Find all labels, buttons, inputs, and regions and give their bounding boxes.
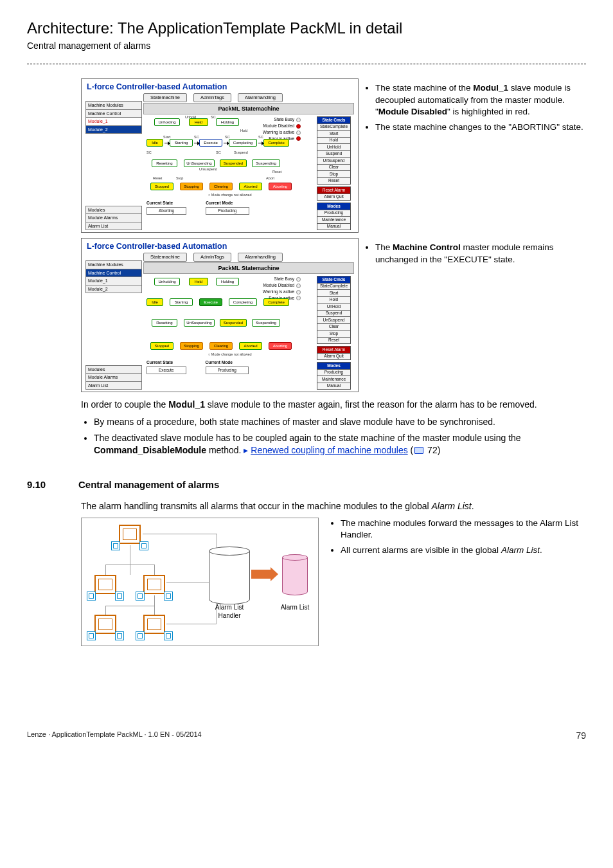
chart-area: State Busy Module Disabled Warning is ac… [143, 115, 354, 217]
bottom-alarm-list[interactable]: Alarm List [85, 381, 142, 390]
side-module1[interactable]: Module_1 [85, 276, 142, 285]
mode-manual[interactable]: Manual [317, 223, 351, 231]
packml-title: PackML Statemachine [143, 262, 354, 274]
state-idle: Idle [147, 139, 163, 147]
mode-manual[interactable]: Manual [317, 383, 351, 390]
lbl-suspend: Suspend [234, 150, 248, 155]
tab-alarmhandling[interactable]: Alarmhandling [238, 253, 283, 262]
submodule-icon [164, 592, 173, 601]
arrow-right-icon: ▸ [244, 445, 248, 455]
state-aborted: Aborted [239, 183, 262, 190]
submodule-icon [111, 541, 120, 550]
alarm-note-1: The machine modules forward the messages… [341, 518, 586, 541]
tab-alarmhandling[interactable]: Alarmhandling [238, 93, 283, 102]
conn-line [105, 606, 106, 615]
tab-statemachine[interactable]: Statemachine [143, 253, 187, 262]
cur-mode-val: Producing [206, 366, 249, 375]
bottom-modules[interactable]: Modules [85, 365, 142, 374]
side-machine-control[interactable]: Machine Control [85, 269, 142, 277]
submodule-icon [115, 631, 124, 640]
module-bot-icon [143, 615, 165, 634]
lbl-sc: SC [211, 115, 216, 120]
state-resetting: Resetting [152, 319, 177, 327]
link-renewed-coupling[interactable]: Renewed coupling of machine modules [251, 445, 407, 455]
arrow-icon [194, 143, 199, 143]
alarm-list-cylinder-icon [282, 554, 308, 595]
state-suspending: Suspending [252, 319, 280, 327]
err-dot-icon [296, 136, 301, 141]
state-clearing: Clearing [209, 183, 233, 190]
status-busy: State Busy [274, 117, 294, 123]
submodule-icon [136, 592, 145, 601]
disabled-dot-icon [296, 124, 301, 129]
module-top-icon [119, 525, 141, 544]
arrow-icon [258, 143, 263, 143]
alarm-note-2: All current alarms are visible in the gl… [341, 545, 586, 556]
fig1-panel: L-force Controller-based Automation Mach… [81, 78, 359, 233]
side-module2[interactable]: Module_2 [85, 125, 142, 134]
submodule-icon [87, 592, 96, 601]
conn-line [154, 565, 155, 575]
state-stopping: Stopping [180, 183, 203, 190]
conn-line [105, 606, 154, 606]
cmd-reset[interactable]: Reset [317, 177, 351, 185]
submodule-icon [139, 541, 148, 550]
conn-line [105, 565, 154, 565]
cmd-alarm-quit[interactable]: Alarm Quit [317, 194, 351, 201]
state-unsuspending: UnSuspending [184, 159, 215, 167]
state-unholding: Unholding [154, 118, 180, 126]
submodule-icon [136, 631, 145, 640]
state-completing: Completing [229, 139, 257, 147]
state-stopped: Stopped [150, 183, 173, 190]
state-stopped: Stopped [150, 342, 173, 350]
lbl-sc3: SC [225, 135, 230, 140]
state-aborted: Aborted [239, 342, 262, 350]
tab-admintags[interactable]: AdminTags [193, 93, 231, 102]
thick-arrow-icon [251, 570, 272, 579]
bottom-alarm-list[interactable]: Alarm List [85, 222, 142, 230]
cur-mode-val: Producing [206, 207, 249, 215]
cur-state-val: Execute [147, 366, 186, 375]
conn-line [166, 624, 217, 624]
side-machine-control[interactable]: Machine Control [85, 109, 142, 118]
status-disabled: Module Disabled [263, 283, 294, 289]
bottom-module-alarms[interactable]: Module Alarms [85, 213, 142, 222]
conn-line [130, 545, 130, 575]
warn-dot-icon [296, 131, 301, 135]
bottom-modules[interactable]: Modules [85, 206, 142, 214]
state-stopping: Stopping [180, 342, 203, 350]
side-module2[interactable]: Module_2 [85, 285, 142, 293]
lbl-modenote: ○ Mode change not allowed [208, 352, 252, 357]
bottom-module-alarms[interactable]: Module Alarms [85, 373, 142, 381]
section-number: 9.10 [27, 478, 64, 491]
chart-area: State Busy Module Disabled Warning is ac… [143, 275, 354, 376]
cmd-alarm-quit[interactable]: Alarm Quit [317, 353, 351, 361]
cur-state-lbl: Current State [147, 201, 186, 206]
fig1-note-a: The state machine of the Modul_1 slave m… [375, 82, 586, 118]
state-execute: Execute [199, 139, 222, 147]
side-module1[interactable]: Module_1 [85, 117, 142, 125]
side-machine-modules[interactable]: Machine Modules [85, 101, 142, 109]
state-holding: Holding [216, 278, 239, 285]
lbl-reset: Reset [272, 170, 281, 174]
cmd-reset[interactable]: Reset [317, 337, 351, 345]
conn-line [105, 565, 106, 575]
state-aborting: Aborting [269, 342, 292, 350]
arrow-icon [164, 143, 170, 143]
tab-admintags[interactable]: AdminTags [193, 253, 231, 262]
lbl-abort: Abort [266, 176, 274, 181]
state-clearing: Clearing [209, 342, 233, 350]
alarm-diagram: Alarm List Handler Alarm List [81, 518, 319, 646]
dashed-separator [27, 64, 586, 64]
conn-line [154, 595, 155, 615]
para-couple: In order to couple the Modul_1 slave mod… [81, 399, 586, 411]
state-starting: Starting [170, 298, 193, 306]
side-machine-modules[interactable]: Machine Modules [85, 260, 142, 269]
tab-statemachine[interactable]: Statemachine [143, 93, 187, 102]
module-mid-icon [94, 575, 116, 594]
status-busy: State Busy [274, 276, 294, 282]
arrow-icon [224, 143, 229, 143]
state-resetting: Resetting [152, 159, 177, 167]
state-aborting: Aborting [269, 183, 292, 190]
panel-title: L-force Controller-based Automation [82, 239, 358, 252]
